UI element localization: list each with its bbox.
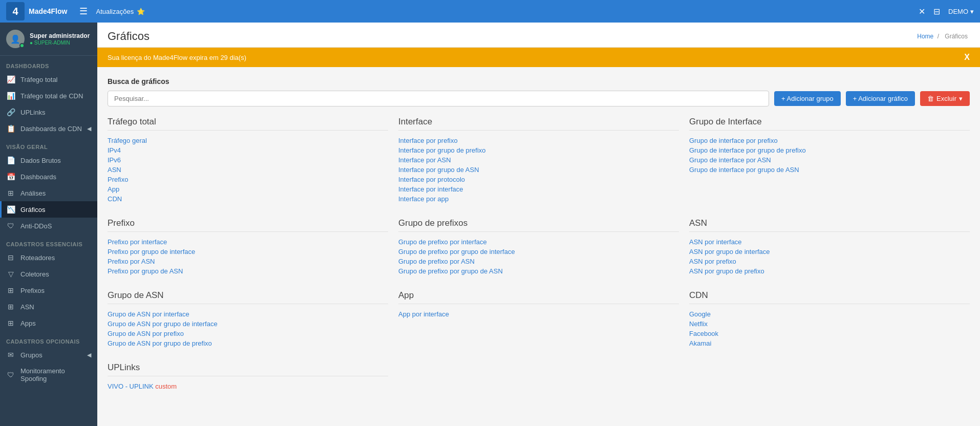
chart-link[interactable]: Facebook [689, 329, 970, 338]
chart-group-title: CDN [689, 290, 970, 304]
uplink-custom-label: custom [155, 382, 177, 390]
excluir-button[interactable]: 🗑 Excluir ▾ [920, 91, 970, 106]
chart-group-title: App [398, 290, 679, 304]
chart-link[interactable]: Grupo de ASN por interface [108, 309, 388, 319]
sidebar-item-asn[interactable]: ⊞ ASN [0, 299, 97, 315]
chart-link[interactable]: ASN [108, 165, 388, 175]
chart-link[interactable]: Grupo de interface por grupo de ASN [689, 165, 970, 175]
demo-label: DEMO [948, 8, 968, 15]
content-area: Busca de gráficos + Adicionar grupo + Ad… [97, 67, 980, 401]
search-section-title: Busca de gráficos [108, 77, 970, 86]
sidebar-item-anti-ddos[interactable]: 🛡 Anti-DDoS [0, 218, 97, 234]
chart-link[interactable]: ASN por prefixo [689, 257, 970, 266]
chart-link[interactable]: ASN por interface [689, 237, 970, 247]
chart-link[interactable]: Grupo de ASN por grupo de prefixo [108, 338, 388, 348]
sidebar-item-apps[interactable]: ⊞ Apps [0, 315, 97, 331]
chart-link[interactable]: IPv4 [108, 145, 388, 155]
line-chart-icon: 📉 [6, 205, 15, 214]
chart-link-uplink-vivo[interactable]: VIVO - UPLINK custom [108, 381, 388, 391]
chart-link[interactable]: Interface por interface [398, 184, 679, 194]
chart-link[interactable]: Interface por protocolo [398, 175, 679, 184]
sidebar-item-trafego-total[interactable]: 📈 Tráfego total [0, 71, 97, 88]
chart-link[interactable]: Interface por grupo de ASN [398, 165, 679, 175]
chart-link[interactable]: Grupo de prefixo por grupo de interface [398, 247, 679, 257]
main-content: Gráficos Home / Gráficos Sua licença do … [97, 23, 980, 426]
sidebar-item-roteadores[interactable]: ⊟ Roteadores [0, 249, 97, 266]
chart-link[interactable]: Grupo de prefixo por grupo de ASN [398, 266, 679, 276]
chart-link[interactable]: Google [689, 309, 970, 319]
chart-link[interactable]: Interface por ASN [398, 155, 679, 165]
chart-link[interactable]: ASN por grupo de interface [689, 247, 970, 257]
network-icon: ⊞ [6, 286, 15, 294]
sidebar-item-dashboards[interactable]: 📅 Dashboards [0, 168, 97, 185]
chart-link[interactable]: CDN [108, 194, 388, 204]
uplink-label: VIVO - UPLINK [108, 382, 155, 390]
menu-toggle-icon[interactable]: ☰ [79, 6, 88, 17]
app-logo: 4 [6, 2, 25, 20]
chart-link[interactable]: Interface por grupo de prefixo [398, 145, 679, 155]
grid-icon: ⊞ [6, 189, 15, 197]
chart-link[interactable]: Prefixo por grupo de interface [108, 247, 388, 257]
sidebar-item-prefixos[interactable]: ⊞ Prefixos [0, 282, 97, 299]
sidebar-item-label: ASN [20, 303, 34, 311]
chart-link[interactable]: App por interface [398, 309, 679, 319]
sidebar-item-dados-brutos[interactable]: 📄 Dados Brutos [0, 152, 97, 168]
chart-link[interactable]: Tráfego geral [108, 136, 388, 145]
license-banner: Sua licença do Made4Flow expira em 29 di… [97, 48, 980, 67]
chart-link[interactable]: Grupo de interface por ASN [689, 155, 970, 165]
sidebar-item-coletores[interactable]: ▽ Coletores [0, 266, 97, 282]
chart-link[interactable]: Prefixo [108, 175, 388, 184]
chart-link[interactable]: Interface por app [398, 194, 679, 204]
chart-group-asn: ASN ASN por interface ASN por grupo de i… [689, 218, 970, 276]
chart-bar-icon: 📊 [6, 92, 15, 100]
chart-link[interactable]: ASN por grupo de prefixo [689, 266, 970, 276]
chart-icon: 📈 [6, 75, 15, 83]
chart-link[interactable]: App [108, 184, 388, 194]
sidebar-item-dashboards-cdn[interactable]: 📋 Dashboards de CDN ◀ [0, 120, 97, 137]
sidebar-item-label: Dashboards [20, 173, 56, 181]
chart-link[interactable]: Grupo de ASN por prefixo [108, 329, 388, 338]
sidebar-item-monitoramento-spoofing[interactable]: 🛡 Monitoramento Spoofing [0, 363, 97, 387]
sidebar-item-trafego-cdn[interactable]: 📊 Tráfego total de CDN [0, 88, 97, 104]
sidebar-item-label: Dados Brutos [20, 157, 61, 164]
chart-group-grupo-asn: Grupo de ASN Grupo de ASN por interface … [108, 290, 388, 348]
sidebar-item-graficos[interactable]: 📉 Gráficos [0, 201, 97, 218]
chart-link[interactable]: Prefixo por grupo de ASN [108, 266, 388, 276]
sidebar-section-cadastros-opcionais: Cadastros opcionais [0, 331, 97, 347]
chart-link[interactable]: Grupo de prefixo por interface [398, 237, 679, 247]
chart-group-title: Prefixo [108, 218, 388, 232]
add-chart-button[interactable]: + Adicionar gráfico [846, 91, 915, 106]
chart-link[interactable]: Grupo de interface por prefixo [689, 136, 970, 145]
sidebar-item-label: Análises [20, 189, 46, 197]
chart-link[interactable]: Grupo de ASN por grupo de interface [108, 319, 388, 329]
sidebar-item-label: Coletores [20, 270, 49, 278]
demo-menu[interactable]: DEMO ▾ [948, 8, 974, 15]
chart-link[interactable]: Netflix [689, 319, 970, 329]
chart-link[interactable]: Prefixo por ASN [108, 257, 388, 266]
trash-icon: 🗑 [927, 95, 934, 102]
apps-icon: ⊞ [6, 319, 15, 327]
search-input[interactable] [108, 91, 769, 106]
online-indicator [19, 43, 25, 48]
add-group-button[interactable]: + Adicionar grupo [774, 91, 841, 106]
sidebar-item-analises[interactable]: ⊞ Análises [0, 185, 97, 201]
updates-label: Atualizações [96, 8, 134, 15]
chart-link[interactable]: Akamai [689, 338, 970, 348]
chart-link[interactable]: Interface por prefixo [398, 136, 679, 145]
chart-group-uplinks: UPLinks VIVO - UPLINK custom [108, 363, 388, 391]
chart-link[interactable]: Grupo de prefixo por ASN [398, 257, 679, 266]
chart-group-title: Grupo de ASN [108, 290, 388, 304]
chart-link[interactable]: Prefixo por interface [108, 237, 388, 247]
sidebar-item-uplinks[interactable]: 🔗 UPLinks [0, 104, 97, 120]
sidebar-item-grupos[interactable]: ✉ Grupos ◀ [0, 347, 97, 363]
chart-link[interactable]: Grupo de interface por grupo de prefixo [689, 145, 970, 155]
license-banner-close[interactable]: X [964, 53, 970, 62]
chart-group-grupo-interface: Grupo de Interface Grupo de interface po… [689, 117, 970, 204]
shield-icon: 🛡 [6, 222, 15, 230]
window-icon[interactable]: ⊟ [933, 7, 940, 16]
breadcrumb-home[interactable]: Home [917, 33, 933, 40]
sidebar-user: 👤 Super administrador ● SUPER-ADMIN [0, 23, 97, 56]
close-window-icon[interactable]: ✕ [919, 7, 925, 16]
chart-link[interactable]: IPv6 [108, 155, 388, 165]
updates-button[interactable]: Atualizações ⭐ [96, 8, 145, 15]
